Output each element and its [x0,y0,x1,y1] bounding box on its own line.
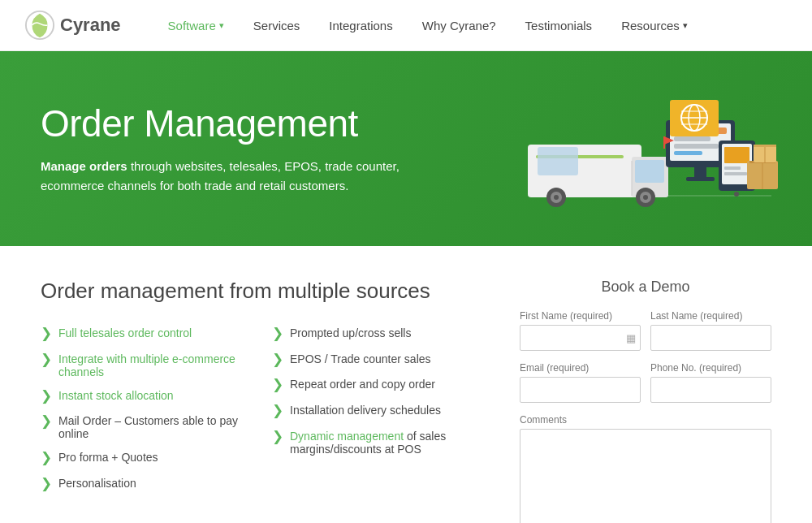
hero-title: Order Management [41,102,430,145]
last-name-input[interactable] [650,325,771,351]
nav-item-why-cyrane: Why Cyrane? [408,0,511,51]
form-row-contact: Email (required) Phone No. (required) [520,362,771,403]
chevron-down-icon-resources: ▾ [683,20,688,31]
svg-rect-20 [694,167,706,177]
first-name-input[interactable] [520,325,641,351]
nav-item-resources: Resources ▾ [607,0,702,51]
nav-link-services[interactable]: Services [239,0,315,51]
feature-link[interactable]: Instant stock allocation [58,389,174,402]
bullet-icon: ❯ [272,378,283,393]
hero-illustration-svg [512,84,788,214]
chevron-down-icon: ▾ [219,20,224,31]
feature-link[interactable]: Integrate with multiple e-commerce chann… [58,352,256,378]
bullet-icon: ❯ [41,451,52,466]
svg-rect-18 [674,144,719,149]
comments-textarea[interactable] [520,429,771,523]
bullet-icon: ❯ [272,430,283,445]
list-item: ❯ Installation delivery schedules [272,404,487,419]
nav-link-testimonials[interactable]: Testimonials [511,0,607,51]
feature-text: Dynamic management of sales margins/disc… [290,430,487,456]
list-item: ❯ Instant stock allocation [41,389,256,404]
list-item: ❯ Personalisation [41,477,256,492]
comments-label: Comments [520,414,771,426]
feature-link[interactable]: Full telesales order control [58,326,192,339]
svg-rect-17 [674,136,710,141]
feature-text: Installation delivery schedules [290,404,441,417]
nav-item-integrations: Integrations [314,0,407,51]
last-name-label: Last Name (required) [650,310,771,322]
svg-rect-19 [674,151,702,155]
list-item: ❯ Prompted up/cross sells [272,326,487,342]
svg-rect-25 [724,166,741,170]
form-title: Book a Demo [520,279,771,296]
hero-illustration [512,84,788,214]
svg-rect-4 [635,160,664,183]
hero-banner: Order Management Manage orders through w… [0,51,812,246]
svg-point-27 [734,192,739,197]
svg-rect-39 [754,145,776,147]
form-group-email: Email (required) [520,362,641,403]
phone-label: Phone No. (required) [650,362,771,374]
list-item: ❯ Repeat order and copy order [272,378,487,393]
main-nav: Cyrane Software ▾ Services Integrations … [0,0,812,51]
list-item: ❯ Dynamic management of sales margins/di… [272,430,487,456]
bullet-icon: ❯ [41,477,52,492]
nav-item-software: Software ▾ [153,0,239,51]
nav-link-software[interactable]: Software ▾ [153,0,239,51]
list-item: ❯ Mail Order – Customers able to pay onl… [41,414,256,440]
first-name-input-wrapper: ▦ [520,325,641,351]
nav-link-resources[interactable]: Resources ▾ [607,0,702,51]
bullet-icon: ❯ [41,352,52,368]
svg-point-8 [554,195,559,200]
logo-icon [24,10,55,41]
logo-link[interactable]: Cyrane [24,10,121,41]
bullet-icon: ❯ [41,414,52,430]
features-columns: ❯ Full telesales order control ❯ Integra… [41,326,487,492]
svg-rect-24 [724,147,749,163]
feature-text: Repeat order and copy order [290,378,435,391]
list-item: ❯ Full telesales order control [41,326,256,342]
feature-partial-link[interactable]: Dynamic management [290,430,404,443]
bullet-icon: ❯ [272,352,283,368]
feature-text: Personalisation [58,477,136,490]
main-content: Order management from multiple sources ❯… [0,246,812,523]
feature-text: Mail Order – Customers able to pay onlin… [58,414,256,440]
bullet-icon: ❯ [272,404,283,419]
feature-text: EPOS / Trade counter sales [290,352,431,365]
email-input[interactable] [520,377,641,403]
form-row-names: First Name (required) ▦ Last Name (requi… [520,310,771,351]
form-group-first-name: First Name (required) ▦ [520,310,641,351]
feature-text: Prompted up/cross sells [290,326,411,339]
feature-text: Pro forma + Quotes [58,451,158,464]
nav-links: Software ▾ Services Integrations Why Cyr… [153,0,702,51]
form-group-comments: Comments [520,414,771,523]
email-label: Email (required) [520,362,641,374]
svg-rect-13 [538,147,578,175]
features-col-2: ❯ Prompted up/cross sells ❯ EPOS / Trade… [272,326,487,492]
book-demo-form-section: Book a Demo First Name (required) ▦ Last… [520,279,771,523]
list-item: ❯ Pro forma + Quotes [41,451,256,466]
features-section: Order management from multiple sources ❯… [41,279,487,523]
svg-point-11 [643,195,648,200]
nav-item-testimonials: Testimonials [511,0,607,51]
hero-text-block: Order Management Manage orders through w… [41,102,430,196]
form-group-comments-inner: Comments [520,414,771,523]
first-name-label: First Name (required) [520,310,641,322]
features-title: Order management from multiple sources [41,279,487,304]
bullet-icon: ❯ [272,326,283,342]
list-item: ❯ Integrate with multiple e-commerce cha… [41,352,256,378]
phone-input[interactable] [650,377,771,403]
list-item: ❯ EPOS / Trade counter sales [272,352,487,368]
form-group-last-name: Last Name (required) [650,310,771,351]
hero-description: Manage orders through websites, telesale… [41,157,430,196]
bullet-icon: ❯ [41,326,52,342]
form-group-phone: Phone No. (required) [650,362,771,403]
svg-rect-26 [724,172,747,175]
svg-rect-21 [686,177,715,181]
logo-text: Cyrane [60,15,121,36]
bullet-icon: ❯ [41,389,52,404]
features-col-1: ❯ Full telesales order control ❯ Integra… [41,326,256,492]
nav-link-integrations[interactable]: Integrations [314,0,407,51]
nav-link-why-cyrane[interactable]: Why Cyrane? [408,0,511,51]
nav-item-services: Services [239,0,315,51]
